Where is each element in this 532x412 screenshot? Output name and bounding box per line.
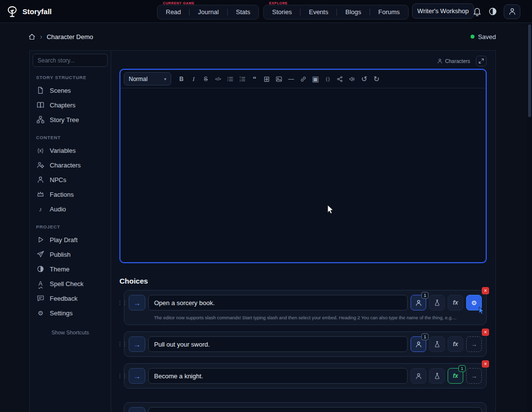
nav-item-read[interactable]: Read	[158, 5, 189, 19]
arrow-right-icon: →	[134, 372, 141, 380]
ordered-list-button[interactable]	[236, 73, 248, 85]
nav-item-stats[interactable]: Stats	[228, 5, 259, 19]
sidebar-item-story-tree[interactable]: Story Tree	[33, 112, 108, 127]
choice-text-input[interactable]	[148, 336, 408, 352]
image-button[interactable]	[273, 73, 285, 85]
notifications-button[interactable]	[473, 7, 482, 16]
link-icon	[300, 76, 307, 82]
horizontal-rule-button[interactable]: —	[285, 73, 297, 85]
sidebar-item-play-draft[interactable]: Play Draft	[33, 232, 108, 247]
delete-choice-button[interactable]: ×	[482, 329, 489, 336]
code-block-button[interactable]: { }	[322, 73, 334, 85]
drag-handle-icon[interactable]: ⋮⋮	[117, 372, 127, 379]
sidebar-item-chapters[interactable]: Chapters	[33, 98, 108, 112]
flask-icon	[433, 341, 441, 348]
person-icon	[37, 176, 44, 184]
characters-button[interactable]: Characters	[437, 58, 470, 64]
choice-character-button[interactable]	[411, 368, 426, 384]
delete-choice-button[interactable]: ×	[482, 360, 489, 368]
expand-icon	[478, 58, 484, 64]
new-choice-input[interactable]	[148, 407, 482, 412]
sidebar-item-feedback[interactable]: Feedback	[33, 291, 108, 306]
choice-condition-button[interactable]	[429, 336, 445, 352]
editor-toolbar: Normal ▾ B I S </> “ ⊞ — ▣ { } ↺ ↻	[120, 70, 486, 88]
sidebar-item-publish[interactable]: Publish	[33, 247, 108, 262]
sidebar-item-variables[interactable]: {x} Variables	[33, 143, 108, 158]
audio-embed-button[interactable]	[346, 73, 358, 85]
nav-item-journal[interactable]: Journal	[190, 5, 227, 19]
delete-choice-button[interactable]: ×	[482, 287, 489, 294]
choice-goto-button[interactable]: →	[129, 407, 145, 412]
bold-button[interactable]: B	[176, 73, 187, 85]
choice-text-input[interactable]	[148, 295, 408, 310]
choice-character-button[interactable]: 1	[411, 295, 426, 310]
choice-condition-button[interactable]	[429, 295, 445, 310]
search-input[interactable]	[33, 54, 108, 67]
link-button[interactable]	[297, 73, 309, 85]
choice-effects-button[interactable]: fx	[448, 336, 463, 352]
editor-body[interactable]	[120, 88, 486, 262]
section-label-content: CONTENT	[36, 135, 104, 140]
sidebar-item-characters[interactable]: Characters	[33, 158, 108, 172]
home-icon[interactable]	[28, 33, 36, 41]
sidebar-item-spell-check[interactable]: A Spell Check	[33, 276, 108, 291]
choice-link-target-button[interactable]: →	[466, 336, 482, 352]
redo-button[interactable]: ↻	[371, 73, 382, 85]
choice-effects-button[interactable]: fx 1	[448, 368, 463, 384]
brand[interactable]: Storyfall	[6, 0, 52, 23]
choice-goto-button[interactable]: →	[129, 336, 145, 352]
sidebar-item-factions[interactable]: Factions	[33, 187, 108, 202]
sidebar-item-scenes[interactable]: Scenes	[33, 83, 108, 98]
paragraph-style-select[interactable]: Normal ▾	[124, 72, 171, 85]
choice-effects-button[interactable]: fx	[448, 295, 463, 310]
choice-goto-button[interactable]: →	[129, 368, 145, 384]
drag-handle-icon[interactable]: ⋮⋮	[117, 341, 127, 348]
show-shortcuts-link[interactable]: Show Shortcuts	[33, 330, 108, 335]
character-count-badge: 1	[421, 292, 429, 299]
choice-link-target-button[interactable]: →	[466, 368, 482, 384]
arrow-right-icon: →	[134, 340, 141, 349]
strikethrough-button[interactable]: S	[200, 73, 212, 85]
choice-character-button[interactable]: 1	[411, 336, 426, 352]
quote-button[interactable]: “	[249, 73, 260, 85]
sidebar-item-theme[interactable]: Theme	[33, 262, 108, 276]
inline-code-icon: </>	[215, 76, 221, 82]
scrollbar-thumb[interactable]	[528, 24, 531, 117]
choice-text-input[interactable]	[148, 368, 408, 384]
sidebar-item-npcs[interactable]: NPCs	[33, 172, 108, 187]
table-button[interactable]: ⊞	[261, 73, 273, 85]
scene-editor[interactable]: Normal ▾ B I S </> “ ⊞ — ▣ { } ↺ ↻	[119, 69, 487, 263]
section-label-story-structure: STORY STRUCTURE	[36, 75, 104, 80]
sidebar-item-settings[interactable]: ⚙ Settings	[33, 306, 108, 320]
character-icon	[37, 161, 44, 169]
nav-item-events[interactable]: Events	[300, 5, 336, 19]
choice-settings-button[interactable]: ⚙	[466, 295, 482, 310]
undo-button[interactable]: ↺	[358, 73, 370, 85]
navbar-actions	[473, 0, 520, 23]
sidebar-item-audio[interactable]: ♪ Audio	[33, 202, 108, 216]
fx-icon: fx	[453, 299, 458, 306]
embed-button[interactable]: ▣	[310, 73, 321, 85]
writers-workshop-button[interactable]: Writer's Workshop	[412, 3, 474, 19]
nav-item-blogs[interactable]: Blogs	[337, 5, 370, 19]
page-scrollbar[interactable]	[527, 23, 532, 412]
user-icon	[508, 7, 516, 16]
nav-group-current-game: CURRENT GAME Read Journal Stats	[157, 1, 259, 20]
theme-toggle-button[interactable]	[488, 7, 497, 16]
share-button[interactable]	[334, 73, 346, 85]
account-button[interactable]	[504, 4, 520, 19]
nav-group-explore: EXPLORE Stories Events Blogs Forums	[263, 1, 409, 20]
fullscreen-button[interactable]	[476, 56, 487, 66]
nav-item-forums[interactable]: Forums	[370, 5, 408, 19]
sidebar-item-label: Story Tree	[50, 116, 79, 124]
bullet-list-button[interactable]	[224, 73, 236, 85]
choice-condition-button[interactable]	[429, 368, 445, 384]
drag-handle-icon[interactable]: ⋮⋮	[117, 299, 127, 306]
quote-icon: “	[253, 75, 256, 83]
inline-code-button[interactable]: </>	[212, 73, 224, 85]
saved-label: Saved	[478, 33, 496, 41]
nav-item-stories[interactable]: Stories	[264, 5, 300, 19]
italic-button[interactable]: I	[188, 73, 199, 85]
choice-goto-button[interactable]: →	[129, 295, 145, 310]
flask-icon	[433, 372, 441, 380]
